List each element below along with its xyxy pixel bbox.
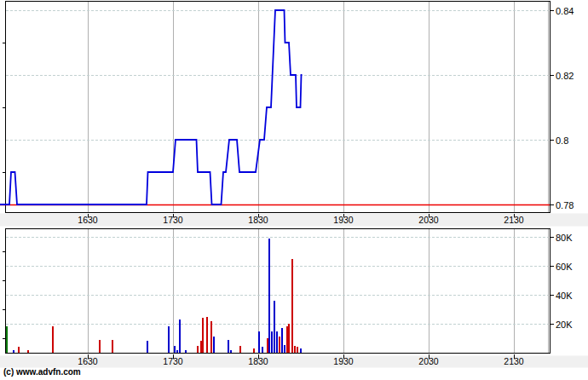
volume-bar — [268, 239, 270, 353]
volume-bar — [18, 347, 20, 353]
time-tick-label: 1930 — [333, 356, 354, 366]
volume-bar — [52, 326, 54, 353]
time-tick-label: 2130 — [504, 356, 524, 366]
time-tick-label: 2130 — [504, 215, 524, 225]
time-tick-label: 2030 — [418, 215, 439, 225]
volume-bar — [147, 341, 148, 353]
volume-bar — [27, 350, 29, 353]
volume-bar — [202, 318, 204, 353]
volume-bar — [294, 346, 296, 354]
y-tick-label: 40K — [556, 291, 573, 301]
y-tick-label: 80K — [556, 233, 573, 243]
volume-bar — [288, 324, 290, 353]
volume-bar — [276, 331, 278, 354]
time-tick-label: 2030 — [418, 356, 439, 366]
volume-bar — [228, 340, 229, 353]
volume-bar — [300, 348, 302, 353]
y-tick-label: 0.78 — [556, 200, 574, 210]
y-tick-label: 0.84 — [556, 6, 574, 16]
volume-bar — [262, 347, 263, 353]
time-tick-label: 1830 — [248, 215, 268, 225]
volume-bar — [230, 350, 232, 353]
volume-bar — [112, 340, 113, 353]
time-tick-label: 1630 — [78, 356, 98, 366]
plot-frame — [6, 2, 551, 213]
volume-bar — [291, 259, 293, 354]
volume-bar — [6, 326, 8, 353]
volume-bar — [197, 346, 199, 354]
price-line — [0, 10, 303, 204]
time-tick-label: 1830 — [248, 356, 268, 366]
volume-bar — [213, 337, 215, 353]
chart-canvas: 1630173018301930203021301630173018301930… — [0, 0, 588, 380]
volume-bar — [258, 331, 260, 354]
plot-frame — [6, 229, 551, 354]
volume-bar — [174, 346, 176, 354]
volume-bar — [210, 321, 212, 353]
volume-bar — [185, 350, 187, 353]
volume-bar — [206, 317, 208, 354]
volume-bar — [279, 337, 280, 353]
advfn-watermark: (c) www.advfn.com — [3, 367, 81, 377]
volume-bar — [284, 345, 285, 353]
volume-bar — [239, 346, 241, 354]
volume-bar — [13, 350, 14, 353]
time-tick-label: 1630 — [78, 215, 98, 225]
y-tick-label: 0.82 — [556, 71, 574, 81]
time-tick-label: 1930 — [333, 215, 354, 225]
volume-bar — [179, 320, 181, 353]
volume-bar — [267, 338, 268, 353]
time-tick-label: 1730 — [163, 356, 183, 366]
volume-bar — [274, 301, 275, 353]
volume-bar — [271, 331, 273, 354]
volume-bar — [176, 350, 178, 353]
y-tick-label: 0.8 — [556, 135, 568, 146]
time-tick-label: 1730 — [163, 215, 183, 225]
volume-bar — [99, 340, 101, 353]
volume-bar — [297, 347, 298, 353]
volume-bar — [286, 326, 288, 353]
volume-bar — [253, 348, 255, 353]
y-tick-label: 20K — [556, 320, 573, 330]
volume-bar — [168, 326, 170, 353]
advfn-intraday-chart: 1630173018301930203021301630173018301930… — [0, 0, 588, 380]
y-tick-label: 60K — [556, 262, 573, 272]
volume-bar — [200, 341, 202, 353]
volume-bar — [281, 328, 283, 353]
